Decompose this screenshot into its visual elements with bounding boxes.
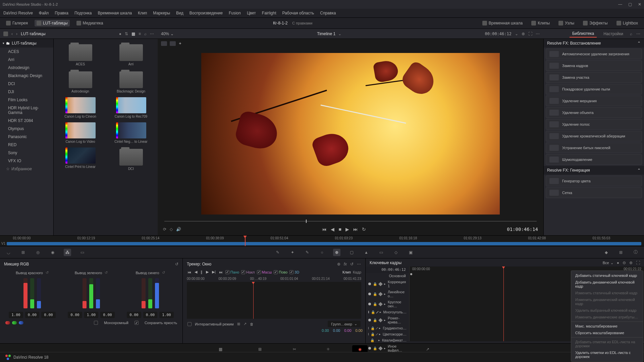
keyframe-row[interactable]: 🔒▸Квалификат… <box>366 337 409 343</box>
fx-item[interactable]: Удаление объекта <box>546 107 642 118</box>
sidebar-item-HDR ST 2084[interactable]: HDR ST 2084 <box>0 117 53 125</box>
menu-цвет[interactable]: Цвет <box>247 11 256 15</box>
sidebar-header[interactable]: ▾ 🖿 LUT-таблицы <box>0 39 53 48</box>
context-menu-item[interactable]: Удалить отметки из EDL-листа с дорожек <box>571 349 643 360</box>
play-button[interactable]: ▶ <box>345 227 349 232</box>
chevron-right-icon[interactable]: ▸ <box>384 292 386 296</box>
chevron-down-icon[interactable]: ⌄ <box>338 32 341 36</box>
blur-icon[interactable]: ▲ <box>363 249 370 256</box>
rgb-bar[interactable] <box>37 278 41 308</box>
context-menu-item[interactable]: Сбросить масштабирование <box>571 329 643 336</box>
rgb-value[interactable]: 0.00 <box>100 312 115 318</box>
slider-dot-icon[interactable]: ● <box>119 32 121 36</box>
frame-mode-label[interactable]: Кадр <box>353 270 361 274</box>
keyframe-icon[interactable] <box>378 302 383 306</box>
minimize-button[interactable]: — <box>618 2 622 7</box>
toolbar-Эффекты[interactable]: Эффекты <box>581 20 610 26</box>
chevron-right-icon[interactable]: ▸ <box>384 347 386 350</box>
stop-button[interactable]: ■ <box>338 227 341 232</box>
wheels-icon[interactable]: ◎ <box>34 249 42 256</box>
fx-item[interactable]: Автоматическое удаление загрязнения <box>546 49 642 59</box>
preserve-lum-checkbox[interactable] <box>135 321 139 325</box>
loop-toggle-button[interactable]: ↻ <box>362 227 366 232</box>
kf-enable-dot[interactable] <box>368 303 371 305</box>
motion-icon[interactable]: ▭ <box>78 249 86 256</box>
info-icon[interactable]: ⓘ <box>632 249 639 256</box>
rgb-bar[interactable] <box>23 278 28 308</box>
tab-library[interactable]: Библиотека <box>570 30 597 38</box>
viewer-image[interactable] <box>158 48 543 219</box>
sidebar-item-Astrodesign[interactable]: Astrodesign <box>0 64 53 72</box>
sidebar-item-Panasonic[interactable]: Panasonic <box>0 133 53 141</box>
fx-item[interactable]: Удаление полос <box>546 119 642 130</box>
sidebar-item-ACES[interactable]: ACES <box>0 48 53 56</box>
toolbar-Клипы[interactable]: Клипы <box>529 20 552 26</box>
mini-timeline[interactable]: V1 01:00:00:0001:00:12:1901:00:25:1401:0… <box>0 235 644 246</box>
zoom-select[interactable]: 40% ⌄ <box>161 32 174 36</box>
window-icon[interactable]: ○ <box>318 249 326 256</box>
lut-item[interactable]: Blackmagic Design <box>107 69 155 93</box>
rgb-preset-dots[interactable] <box>5 321 23 324</box>
keyframe-icon[interactable] <box>378 292 383 296</box>
menu-файл[interactable]: Файл <box>39 11 49 15</box>
sidebar-item-HDR Hybrid Log-Gamma[interactable]: HDR Hybrid Log-Gamma <box>0 104 53 117</box>
rgb-value[interactable]: 0.00 <box>143 312 158 318</box>
menu-fairlight[interactable]: Fairlight <box>262 11 276 15</box>
track-fwd-all-button[interactable]: ⏭ <box>218 270 223 274</box>
reset-icon[interactable]: ↺ <box>350 262 354 266</box>
rgb-value[interactable]: 0.00 <box>68 312 82 318</box>
playhead[interactable] <box>245 236 246 246</box>
nav-fwd-icon[interactable]: › <box>16 32 17 36</box>
fx-item[interactable]: Сетка <box>546 187 642 198</box>
viewer-mode-icon[interactable] <box>161 41 167 46</box>
timeline-name[interactable]: Timeline 1 <box>317 32 335 36</box>
remove-point-icon[interactable]: ↗ <box>244 322 247 326</box>
menu-воспроизведение[interactable]: Воспроизведение <box>190 11 223 15</box>
track-fwd-button[interactable]: ▶ <box>205 270 209 274</box>
rgb-mixer-icon[interactable]: ⁂ <box>64 249 71 256</box>
sidebar-item-Film Looks[interactable]: Film Looks <box>0 96 53 104</box>
keyframe-mode-icon[interactable]: ◆ <box>602 249 610 256</box>
chevron-right-icon[interactable]: ▸ <box>380 310 381 314</box>
qualifier-icon[interactable]: ✎ <box>304 249 311 256</box>
keyframe-icon[interactable] <box>376 311 379 313</box>
reset-icon[interactable]: ↺ <box>175 262 178 266</box>
close-button[interactable]: ✕ <box>638 2 641 7</box>
lut-item[interactable]: Canon Log to Rec709 <box>107 96 155 118</box>
chevron-right-icon[interactable]: ▸ <box>379 333 381 336</box>
menu-davinci resolve[interactable]: DaVinci Resolve <box>3 11 33 15</box>
kf-enable-dot[interactable] <box>368 327 369 329</box>
lock-icon[interactable]: 🔒 <box>373 347 377 350</box>
lut-item[interactable]: Astrodesign <box>56 69 104 93</box>
context-menu-item[interactable]: Добавить динамический ключевой кадр <box>571 279 643 290</box>
menu-маркеры[interactable]: Маркеры <box>153 11 170 15</box>
list-view-icon[interactable]: ≡ <box>139 32 141 36</box>
track-rev-all-button[interactable]: ⏮ <box>187 270 192 274</box>
pan-check[interactable]: Пано <box>225 270 239 274</box>
keyframe-icon[interactable] <box>378 282 383 286</box>
lock-icon[interactable]: 🔒 <box>370 339 374 342</box>
rgb-value[interactable]: 1.00 <box>9 312 23 318</box>
kf-enable-dot[interactable] <box>368 283 371 285</box>
sidebar-item-Olympus[interactable]: Olympus <box>0 125 53 133</box>
track-rev-button[interactable]: ◀ <box>194 270 198 274</box>
toolbar-LUT-таблицы[interactable]: LUT-таблицы <box>35 20 70 26</box>
rgb-bar[interactable] <box>96 278 100 308</box>
menu-правка[interactable]: Правка <box>55 11 68 15</box>
fx-item[interactable]: Устранение битых пикселей <box>546 142 642 153</box>
tracker-graph[interactable] <box>187 282 361 319</box>
keyframe-icon[interactable] <box>378 346 383 351</box>
rgb-bar[interactable] <box>148 278 152 308</box>
sidebar-item-RED[interactable]: RED <box>0 141 53 149</box>
track-stop-button[interactable]: ‖ <box>200 270 203 274</box>
fx-search-icon[interactable]: ⌕ <box>630 32 632 36</box>
timeline-clip[interactable] <box>7 242 641 245</box>
nav-back-icon[interactable]: ‹ <box>11 32 13 36</box>
expand-icon[interactable]: ⛶ <box>528 32 532 36</box>
tracker-target-icon[interactable]: ⊕ <box>337 262 340 266</box>
expand-icon[interactable]: ⛶ <box>636 260 640 265</box>
fx-more-icon[interactable]: ⋯ <box>636 32 641 36</box>
mask-icon[interactable]: ◇ <box>170 227 173 232</box>
lock-icon[interactable]: 🔒 <box>373 318 377 322</box>
keyframe-row[interactable]: 🔒▸Многоуголь… <box>366 309 409 315</box>
